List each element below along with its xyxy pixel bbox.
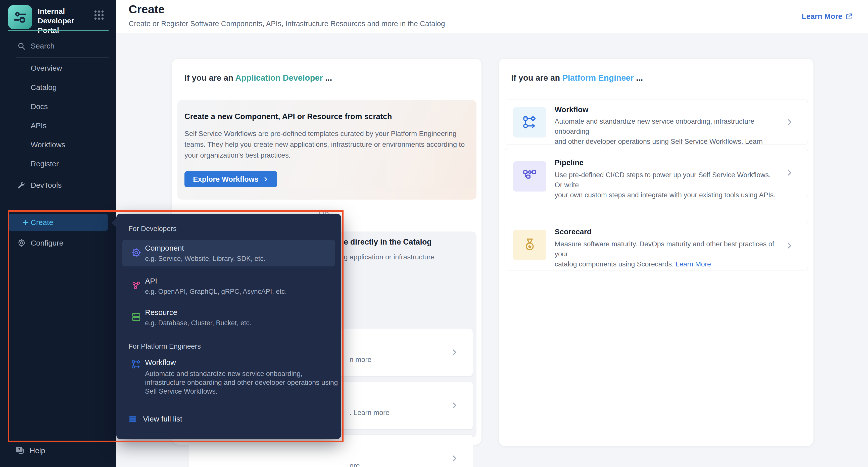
menu-item-title: API	[145, 277, 157, 285]
help-chat-icon: ?	[15, 446, 25, 456]
scorecard-medal-icon	[522, 237, 537, 253]
pipeline-desc-line2: your own custom steps and integrate with…	[555, 191, 776, 199]
chevron-right-icon	[785, 241, 794, 250]
dev-card-title: If you are an Application Developer ...	[184, 73, 332, 83]
wrench-icon	[17, 181, 26, 189]
create-from-scratch-panel: Create a new Component, API or Resource …	[178, 100, 476, 199]
pipeline-icon	[522, 169, 537, 184]
app-root: Create Create or Register Software Compo…	[0, 0, 868, 467]
sidebar-item-docs[interactable]: Docs	[31, 102, 48, 111]
catalog-row-fragment: n more	[349, 356, 371, 364]
chevron-right-icon	[450, 454, 459, 463]
search-icon	[17, 42, 26, 50]
pipeline-row[interactable]: Pipeline Use pre-defined CI/CD steps to …	[505, 148, 808, 197]
main-header: Create Create or Register Software Compo…	[116, 0, 868, 33]
menu-item-title: Workflow	[145, 358, 176, 367]
sidebar-item-create[interactable]: Create	[8, 214, 108, 231]
chevron-right-icon	[785, 118, 794, 126]
svg-text:?: ?	[18, 448, 21, 452]
section-for-developers: For Developers	[128, 225, 177, 233]
scorecard-row-title: Scorecard	[555, 227, 592, 236]
scorecard-desc-line1: Measure software maturity. DevOps maturi…	[555, 240, 774, 258]
workflow-row-title: Workflow	[555, 105, 588, 114]
sidebar-item-label: Help	[30, 446, 45, 455]
view-full-list-button[interactable]: View full list	[128, 415, 182, 423]
menu-item-subtitle: e.g. OpenAPI, GraphQL, gRPC, AsyncAPI, e…	[145, 288, 287, 295]
dev-card-title-suffix: ...	[323, 73, 332, 83]
catalog-heading-fragment: e directly in the Catalog	[344, 238, 432, 247]
menu-item-subtitle: e.g. Database, Cluster, Bucket, etc.	[145, 319, 251, 327]
pipeline-desc-line1: Use pre-defined CI/CD steps to power up …	[555, 171, 771, 189]
resource-servers-icon	[131, 312, 142, 322]
menu-item-subtitle: e.g. Service, Website, Library, SDK, etc…	[145, 255, 266, 263]
explore-workflows-button[interactable]: Explore Workflows	[184, 171, 277, 187]
catalog-subtitle-fragment: g application or infrastructure.	[344, 253, 436, 261]
pe-section-divider	[505, 210, 808, 210]
pe-card-title-prefix: If you are an	[511, 73, 562, 83]
menu-item-component[interactable]: Component e.g. Service, Website, Library…	[122, 240, 335, 267]
menu-item-title: Component	[145, 244, 184, 252]
scorecard-desc-line2: catalog components using Scorecards.	[555, 260, 674, 268]
sidebar-item-help[interactable]: ? Help	[0, 444, 116, 459]
sidebar: Internal Developer Portal Search Overvie…	[0, 0, 116, 467]
learn-more-label: Learn More	[802, 12, 842, 21]
app-logo[interactable]	[8, 5, 32, 29]
sidebar-item-apis[interactable]: APIs	[31, 121, 46, 130]
workflow-icon-tile	[513, 107, 546, 137]
explore-workflows-label: Explore Workflows	[193, 175, 258, 184]
list-icon	[128, 415, 137, 423]
workflow-row[interactable]: Workflow Automate and standardize new se…	[505, 99, 808, 145]
pipeline-row-desc: Use pre-defined CI/CD steps to power up …	[555, 170, 776, 200]
sidebar-divider	[16, 176, 109, 176]
menu-item-resource[interactable]: Resource e.g. Database, Cluster, Bucket,…	[122, 304, 335, 331]
sidebar-item-workflows[interactable]: Workflows	[31, 141, 65, 149]
pipeline-icon-tile	[513, 161, 546, 191]
sidebar-item-configure[interactable]: Configure	[0, 237, 116, 249]
workflow-desc-line1: Automate and standardize new service onb…	[555, 117, 754, 135]
chevron-right-icon	[450, 348, 459, 357]
chevron-right-icon	[262, 176, 269, 182]
page-title: Create	[129, 2, 165, 16]
section-for-platform-engineers: For Platform Engineers	[128, 342, 201, 350]
workflow-icon	[131, 359, 142, 370]
plus-icon	[22, 218, 30, 226]
catalog-option-row[interactable]: ore	[189, 434, 473, 467]
view-full-list-label: View full list	[143, 415, 182, 423]
menu-item-api[interactable]: API e.g. OpenAPI, GraphQL, gRPC, AsyncAP…	[122, 273, 335, 299]
scorecard-row[interactable]: Scorecard Measure software maturity. Dev…	[505, 221, 808, 271]
scratch-body: Self Service Workflows are pre-defined t…	[184, 128, 468, 161]
scratch-heading: Create a new Component, API or Resource …	[184, 112, 392, 121]
platform-engineer-card: If you are an Platform Engineer ... Work…	[498, 58, 814, 446]
api-nodes-icon	[131, 280, 142, 291]
sidebar-divider	[16, 57, 109, 58]
sidebar-item-devtools[interactable]: DevTools	[0, 180, 116, 191]
dev-card-title-role: Application Developer	[235, 73, 323, 83]
pipeline-row-title: Pipeline	[555, 158, 584, 167]
chevron-right-icon	[785, 168, 794, 177]
sidebar-item-label: Create	[31, 218, 53, 227]
learn-more-link[interactable]: Learn More	[802, 12, 853, 21]
chevron-right-icon	[450, 401, 459, 410]
brand-underline	[8, 30, 108, 31]
sidebar-item-label: Search	[31, 42, 55, 50]
pe-card-title-role: Platform Engineer	[562, 73, 634, 83]
menu-item-workflow[interactable]: Workflow Automate and standardize new se…	[122, 356, 335, 403]
brand-line1: Internal Developer	[38, 6, 100, 26]
sidebar-item-label: Configure	[31, 239, 63, 247]
catalog-row-fragment: . Learn more	[349, 409, 390, 417]
pe-card-title-suffix: ...	[634, 73, 643, 83]
sidebar-item-label: DevTools	[31, 181, 62, 189]
dev-card-title-prefix: If you are an	[184, 73, 235, 83]
workflow-icon	[522, 115, 537, 130]
apps-grid-icon[interactable]	[93, 9, 104, 21]
sidebar-item-catalog[interactable]: Catalog	[31, 83, 57, 92]
component-gear-icon	[131, 247, 142, 258]
create-popup-menu: For Developers Component e.g. Service, W…	[116, 214, 341, 439]
scorecard-learn-more-link[interactable]: Learn More	[676, 260, 711, 268]
sidebar-divider	[16, 202, 109, 202]
sidebar-item-overview[interactable]: Overview	[31, 64, 62, 72]
gear-icon	[17, 238, 26, 247]
sidebar-item-search[interactable]: Search	[0, 40, 116, 53]
sidebar-item-register[interactable]: Register	[31, 160, 59, 168]
menu-item-title: Resource	[145, 308, 177, 317]
